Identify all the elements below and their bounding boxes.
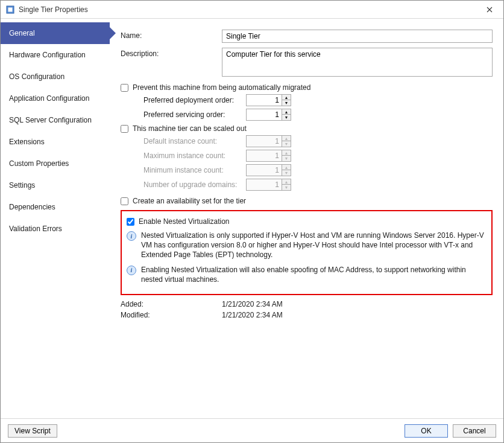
pref-deploy-label: Preferred deployment order: — [143, 96, 246, 104]
availability-set-label: Create an availability set for the tier — [133, 197, 246, 205]
name-label: Name: — [121, 30, 222, 40]
nested-virt-info-1: Nested Virtualization is only supported … — [141, 231, 485, 260]
spinner-up-icon[interactable]: ▲ — [282, 95, 291, 100]
nested-virt-info-2: Enabling Nested Virtualization will also… — [141, 265, 485, 284]
sidebar-item-sql-config[interactable]: SQL Server Configuration — [1, 109, 110, 131]
max-inst-input — [246, 150, 282, 162]
sidebar-item-os-config[interactable]: OS Configuration — [1, 66, 110, 88]
min-inst-input — [246, 164, 282, 176]
spinner-down-icon: ▼ — [282, 141, 291, 147]
name-input[interactable] — [222, 30, 493, 43]
nested-virt-checkbox[interactable] — [127, 218, 134, 226]
added-label: Added: — [121, 300, 222, 308]
main-panel: Name: Description: Computer Tier for thi… — [110, 19, 503, 418]
sidebar-item-app-config[interactable]: Application Configuration — [1, 88, 110, 109]
pref-service-input[interactable] — [246, 109, 282, 121]
nested-virt-label: Enable Nested Virtualization — [139, 217, 230, 226]
scale-out-checkbox[interactable] — [121, 125, 128, 133]
nested-virtualization-section: Enable Nested Virtualization i Nested Vi… — [121, 210, 493, 295]
close-button[interactable] — [476, 1, 503, 19]
sidebar-item-custom-properties[interactable]: Custom Properties — [1, 153, 110, 174]
default-inst-label: Default instance count: — [143, 137, 246, 145]
app-icon — [5, 5, 15, 14]
pref-service-label: Preferred servicing order: — [143, 110, 246, 119]
default-inst-input — [246, 135, 282, 147]
sidebar-item-general[interactable]: General — [1, 22, 110, 44]
min-inst-label: Minimum instance count: — [143, 166, 246, 174]
modified-value: 1/21/2020 2:34 AM — [222, 311, 283, 319]
info-icon: i — [127, 231, 136, 241]
window-title: Single Tier Properties — [19, 5, 476, 14]
availability-set-checkbox[interactable] — [121, 197, 128, 205]
spinner-down-icon: ▼ — [282, 170, 291, 176]
upgrade-domains-input — [246, 179, 282, 191]
sidebar: General Hardware Configuration OS Config… — [1, 19, 110, 418]
modified-label: Modified: — [121, 311, 222, 319]
spinner-down-icon[interactable]: ▼ — [282, 100, 291, 106]
spinner-down-icon: ▼ — [282, 156, 291, 161]
sidebar-item-validation-errors[interactable]: Validation Errors — [1, 218, 110, 240]
spinner-up-icon[interactable]: ▲ — [282, 109, 291, 115]
sidebar-item-extensions[interactable]: Extensions — [1, 131, 110, 153]
spinner-up-icon: ▲ — [282, 150, 291, 156]
prevent-migration-label: Prevent this machine from being automati… — [133, 83, 310, 92]
sidebar-item-hardware-config[interactable]: Hardware Configuration — [1, 44, 110, 66]
max-inst-label: Maximum instance count: — [143, 151, 246, 160]
spinner-down-icon[interactable]: ▼ — [282, 115, 291, 120]
info-icon: i — [127, 266, 136, 275]
spinner-down-icon: ▼ — [282, 185, 291, 190]
footer: View Script OK Cancel — [1, 418, 503, 442]
spinner-up-icon: ▲ — [282, 165, 291, 170]
sidebar-item-dependencies[interactable]: Dependencies — [1, 196, 110, 218]
prevent-migration-checkbox[interactable] — [121, 84, 128, 92]
spinner-up-icon: ▲ — [282, 136, 291, 141]
spinner-up-icon: ▲ — [282, 179, 291, 185]
titlebar: Single Tier Properties — [1, 1, 503, 19]
added-value: 1/21/2020 2:34 AM — [222, 300, 283, 308]
scale-out-label: This machine tier can be scaled out — [133, 124, 247, 133]
sidebar-item-settings[interactable]: Settings — [1, 174, 110, 196]
upgrade-domains-label: Number of upgrade domains: — [143, 180, 246, 189]
description-input[interactable]: Computer Tier for this service — [222, 48, 493, 77]
ok-button[interactable]: OK — [405, 424, 448, 438]
view-script-button[interactable]: View Script — [8, 424, 57, 438]
cancel-button[interactable]: Cancel — [453, 424, 496, 438]
pref-deploy-input[interactable] — [246, 94, 282, 106]
svg-rect-1 — [8, 7, 13, 11]
description-label: Description: — [121, 48, 222, 58]
